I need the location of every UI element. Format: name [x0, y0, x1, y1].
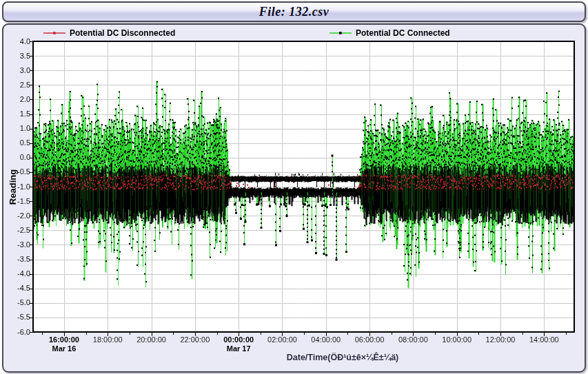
- y-tick-label: -4.5: [8, 284, 30, 293]
- x-tick-label: 20:00:00: [128, 335, 176, 344]
- y-tick-label: -1.0: [8, 183, 30, 191]
- y-tick-label: -3.5: [8, 255, 30, 264]
- legend-marker-disconnected-icon: [43, 30, 66, 37]
- x-tick-label: 14:00:00: [520, 335, 568, 344]
- x-tick-label: 22:00:00: [171, 335, 219, 344]
- y-tick-label: 2.5: [8, 81, 30, 90]
- x-tick-label: 08:00:00: [389, 335, 437, 344]
- x-tick-label: 06:00:00: [345, 335, 394, 344]
- x-tick-label: 04:00:00: [302, 335, 350, 344]
- y-tick-label: 4.0: [8, 37, 30, 46]
- y-tick-label: -5.5: [8, 313, 30, 322]
- y-tick-label: 0.0: [8, 153, 30, 162]
- y-tick-label: -4.0: [8, 269, 30, 278]
- legend-item-connected: Potential DC Connected: [329, 28, 450, 38]
- x-tick-label: 10:00:00: [433, 335, 481, 344]
- x-axis-title: Date/Time(ÖÐ¹ú±ê×¼Ê±¼ä): [239, 353, 446, 362]
- x-tick-label: 00:00:00Mar 17: [214, 335, 263, 353]
- legend-label-disconnected: Potential DC Disconnected: [70, 28, 175, 38]
- y-tick-label: 3.5: [8, 52, 30, 61]
- y-tick-label: -0.5: [8, 167, 30, 176]
- y-tick-label: -2.5: [8, 226, 30, 235]
- legend-marker-connected-icon: [329, 30, 352, 37]
- legend-label-connected: Potential DC Connected: [356, 28, 450, 38]
- y-tick-label: -2.0: [8, 211, 30, 220]
- x-tick-label: 16:00:00Mar 16: [40, 335, 88, 353]
- x-tick-label: 18:00:00: [83, 335, 132, 344]
- y-tick-label: -3.0: [8, 240, 30, 249]
- plot-canvas[interactable]: [0, 0, 588, 374]
- y-tick-label: 0.5: [8, 138, 30, 147]
- y-tick-label: 3.0: [8, 66, 30, 75]
- legend: Potential DC Disconnected Potential DC C…: [0, 28, 588, 39]
- y-tick-label: 1.5: [8, 110, 30, 118]
- y-tick-label: -6.0: [8, 328, 30, 337]
- app-window: File: 132.csv Potential DC Disconnected …: [0, 0, 588, 374]
- x-tick-label: 02:00:00: [258, 335, 306, 344]
- y-tick-label: 1.0: [8, 124, 30, 133]
- y-tick-label: -1.5: [8, 197, 30, 206]
- x-tick-label: 12:00:00: [476, 335, 525, 344]
- y-tick-label: -5.0: [8, 298, 30, 307]
- y-tick-label: 2.0: [8, 95, 30, 104]
- legend-item-disconnected: Potential DC Disconnected: [43, 28, 175, 38]
